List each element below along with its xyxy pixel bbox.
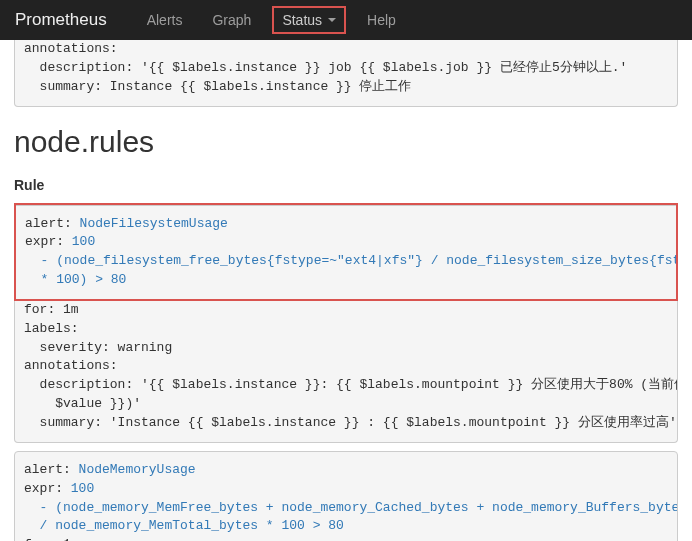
expr-link[interactable]: 100 (71, 481, 94, 496)
code-line: summary: 'Instance {{ $labels.instance }… (24, 414, 668, 433)
rule-code-block-2: alert: NodeMemoryUsageexpr: 100 - (node_… (14, 451, 678, 541)
alert-name-link[interactable]: NodeFilesystemUsage (80, 216, 228, 231)
code-text: alert: (25, 216, 80, 231)
content: annotations: description: '{{ $labels.in… (0, 40, 692, 541)
code-line: description: '{{ $labels.instance }} job… (24, 59, 668, 78)
expr-link-line[interactable]: - (node_filesystem_free_bytes{fstype=~"e… (25, 252, 667, 271)
nav-status[interactable]: Status (272, 6, 346, 34)
chevron-down-icon (328, 18, 336, 22)
code-line: severity: warning (24, 339, 668, 358)
code-line: $value }})' (24, 395, 668, 414)
code-text: expr: (25, 234, 72, 249)
code-line: expr: 100 (24, 480, 668, 499)
expr-link-line[interactable]: - (node_memory_MemFree_bytes + node_memo… (24, 499, 668, 518)
code-line: alert: NodeMemoryUsage (24, 461, 668, 480)
nav-graph[interactable]: Graph (197, 2, 266, 38)
rule-code-block-1-rest: for: 1mlabels: severity: warningannotati… (14, 301, 678, 443)
alert-name-link[interactable]: NodeMemoryUsage (79, 462, 196, 477)
code-line: alert: NodeFilesystemUsage (25, 215, 667, 234)
navbar: Prometheus Alerts Graph Status Help (0, 0, 692, 40)
code-line: labels: (24, 320, 668, 339)
rule-column-header: Rule (14, 177, 678, 193)
code-line: description: '{{ $labels.instance }}: {{… (24, 376, 668, 395)
code-line: for: 1m (24, 536, 668, 541)
code-line: for: 1m (24, 301, 668, 320)
code-text: alert: (24, 462, 79, 477)
rule-code-block-1-top: alert: NodeFilesystemUsageexpr: 100 - (n… (16, 205, 676, 299)
expr-link-line[interactable]: / node_memory_MemTotal_bytes * 100 > 80 (24, 517, 668, 536)
code-line: annotations: (24, 40, 668, 59)
nav-alerts[interactable]: Alerts (132, 2, 198, 38)
code-text: expr: (24, 481, 71, 496)
nav-status-label: Status (282, 12, 322, 28)
highlight-box: alert: NodeFilesystemUsageexpr: 100 - (n… (14, 203, 678, 301)
code-line: annotations: (24, 357, 668, 376)
rule-code-block-prev: annotations: description: '{{ $labels.in… (14, 40, 678, 107)
code-line: summary: Instance {{ $labels.instance }}… (24, 78, 668, 97)
expr-link-line[interactable]: * 100) > 80 (25, 271, 667, 290)
expr-link[interactable]: 100 (72, 234, 95, 249)
section-title: node.rules (14, 125, 678, 159)
brand[interactable]: Prometheus (15, 10, 107, 30)
code-line: expr: 100 (25, 233, 667, 252)
nav-help[interactable]: Help (352, 2, 411, 38)
